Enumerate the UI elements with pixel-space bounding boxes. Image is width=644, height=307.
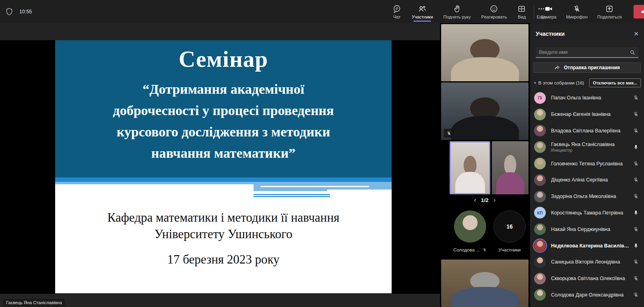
tab-chat[interactable]: Чат (389, 0, 405, 23)
mute-all-button[interactable]: Отключить все мик... (589, 78, 641, 87)
tab-raise-hand-label: Поднять руку (444, 14, 471, 19)
tile-mute-badge (444, 129, 454, 138)
participant-video (441, 24, 528, 81)
participant-row[interactable]: КП Коростіянець Тамара Петрівна (530, 205, 644, 221)
avatar (534, 141, 546, 153)
mic-off-icon[interactable] (633, 128, 639, 134)
pager-prev-icon[interactable]: ‹ (474, 196, 476, 204)
mic-off-icon (446, 131, 452, 136)
microphone-label: Микрофон (566, 14, 588, 19)
mic-off-icon[interactable] (633, 259, 639, 265)
mic-off-icon[interactable] (633, 177, 639, 183)
mic-off-icon[interactable] (633, 292, 639, 298)
send-invite-button[interactable]: Отправка приглашения (533, 62, 641, 73)
toolbar-left: 10:55 (5, 0, 32, 23)
participant-list: ПІ Папач Ольга Іванівна Бєженар Євгенія … (530, 90, 644, 303)
thumbnail-pager: ‹ 1/2 › (441, 196, 528, 204)
mic-on-icon[interactable] (633, 210, 639, 216)
toolbar-tabs: Чат Участники Поднять руку (389, 0, 549, 23)
overflow-count-tile[interactable]: 16 Участники (489, 210, 530, 252)
participant-video (441, 260, 528, 307)
video-tile-5[interactable] (441, 260, 528, 307)
slide-stripe-white-1 (260, 186, 369, 187)
participant-row[interactable]: Накай Яна Серджиунівна (530, 221, 644, 237)
meeting-toolbar: 10:55 Чат Участники (0, 0, 644, 23)
mic-off-icon[interactable] (633, 111, 639, 117)
tab-react[interactable]: Реагировать (478, 0, 511, 23)
participant-row-speaking[interactable]: Нєдялкова Катерина Василівна (530, 237, 644, 254)
share-button[interactable]: Поделиться (594, 0, 625, 23)
in-meeting-section-label[interactable]: ▾ В этом собрании (16) (534, 80, 584, 85)
participant-row-organizer[interactable]: Гаєвець Яна Станіславівна Инициатор (530, 139, 644, 155)
participant-video (441, 82, 528, 140)
stage-bottom-band (0, 294, 440, 307)
audio-tile-solodova[interactable]: Солодова ... (450, 210, 490, 252)
slide-date: 17 березня 2023 року (55, 251, 392, 268)
share-invite-icon (554, 65, 560, 71)
participant-row[interactable]: ПІ Папач Ольга Іванівна (530, 90, 644, 106)
participant-video (451, 142, 489, 193)
close-icon[interactable]: × (634, 30, 638, 37)
view-grid-icon (517, 4, 526, 13)
share-label: Поделиться (597, 14, 622, 19)
pager-page-indicator: 1/2 (481, 197, 489, 203)
tab-raise-hand[interactable]: Поднять руку (440, 0, 475, 23)
video-tile-4[interactable] (492, 141, 528, 194)
video-tile-1[interactable] (441, 24, 528, 81)
avatar-speaking (534, 240, 546, 251)
microphone-button[interactable]: Микрофон (562, 0, 591, 23)
video-tile-3-speaking[interactable] (450, 141, 490, 194)
mic-on-icon[interactable] (633, 243, 639, 249)
video-tile-2[interactable] (441, 82, 528, 140)
slide-stripe-white-2 (327, 190, 392, 191)
search-input[interactable] (536, 47, 638, 58)
chat-icon (392, 4, 401, 13)
pager-next-icon[interactable]: › (493, 196, 495, 204)
tab-participants-label: Участники (412, 14, 433, 19)
avatar (534, 256, 546, 268)
mic-off-icon[interactable] (633, 275, 639, 282)
tab-react-label: Реагировать (481, 14, 507, 19)
leave-button[interactable]: Выйти (634, 5, 644, 19)
mic-off-icon[interactable] (633, 161, 639, 167)
video-thumbnail-strip: ‹ 1/2 › Солодова ... 16 Участники (441, 23, 528, 307)
mic-off-icon (482, 247, 487, 252)
participant-row[interactable]: Діщенко Аліна Сергіївна (530, 172, 644, 188)
mic-off-icon[interactable] (633, 95, 639, 101)
participant-row[interactable]: Задоріна Ольга Миколаївна (530, 188, 644, 205)
search-box (536, 47, 638, 58)
meeting-time: 10:55 (19, 9, 32, 14)
slide-header: Семінар “Дотримання академічної доброчес… (55, 40, 392, 177)
tab-view[interactable]: Вид (514, 0, 530, 23)
tab-participants[interactable]: Участники (408, 0, 437, 23)
mic-off-icon (572, 4, 581, 13)
avatar (454, 210, 486, 243)
participant-role: Инициатор (551, 148, 630, 152)
avatar (534, 191, 546, 202)
avatar (534, 158, 546, 169)
avatar (534, 289, 546, 301)
participant-row[interactable]: Солодова Даря Олександрівна (530, 287, 644, 303)
meeting-window: 10:55 Чат Участники (0, 0, 644, 307)
shared-screen-stage: Семінар “Дотримання академічної доброчес… (0, 23, 440, 307)
mic-off-icon[interactable] (633, 193, 639, 200)
overflow-tile-label: Участники (499, 247, 521, 252)
participant-row[interactable]: Головченко Тетяна Русланівна (530, 155, 644, 172)
avatar-initials: КП (534, 207, 546, 218)
slide-footer: Кафедра математики і методики її навчанн… (55, 209, 392, 268)
participant-row[interactable]: Владова Світлана Валеріївна (530, 123, 644, 139)
participant-row[interactable]: Скворцова Світлана Олексіївна (530, 270, 644, 287)
avatar (534, 109, 546, 120)
slide-stripe-thin-2 (254, 196, 330, 197)
camera-button[interactable]: Камера (537, 0, 560, 23)
shared-screen-top-band (0, 23, 440, 40)
raise-hand-icon (453, 4, 462, 13)
participant-row[interactable]: Саницька Вікторія Леонідівна (530, 254, 644, 270)
mic-on-icon[interactable] (633, 144, 639, 150)
participant-row[interactable]: Бєженар Євгенія Іванівна (530, 106, 644, 123)
mic-off-icon[interactable] (633, 226, 639, 233)
hangup-icon (641, 9, 644, 14)
search-icon[interactable] (630, 49, 636, 56)
slide-subtitle: “Дотримання академічної доброчесності у … (55, 78, 392, 164)
slide-footer-line1: Кафедра математики і методики її навчанн… (55, 209, 392, 226)
